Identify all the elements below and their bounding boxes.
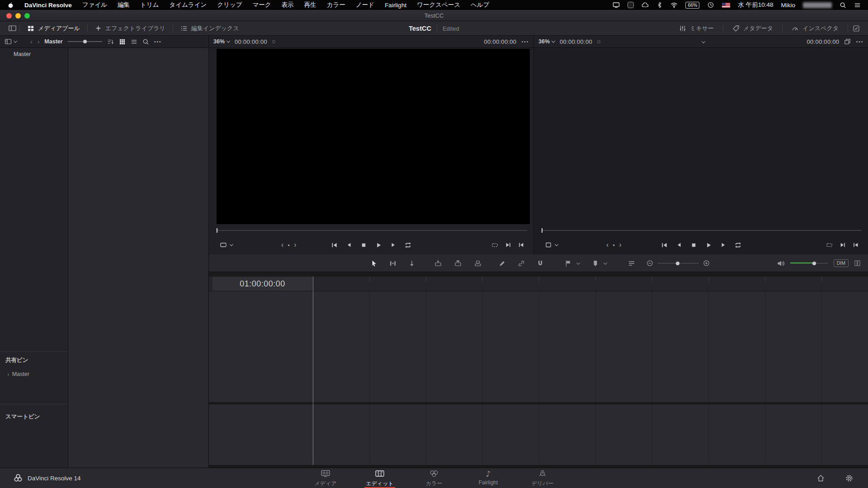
menubar-username[interactable]: Mikio bbox=[781, 2, 795, 9]
go-to-first-frame-button[interactable] bbox=[661, 242, 668, 249]
loop-button[interactable] bbox=[405, 242, 411, 249]
loop-range-icon[interactable] bbox=[491, 242, 498, 249]
window-zoom-button[interactable] bbox=[24, 13, 30, 19]
previous-marker-icon[interactable]: ‹ bbox=[606, 241, 609, 249]
chevron-down-icon[interactable] bbox=[555, 242, 558, 246]
timeline-viewer-scrubber[interactable] bbox=[542, 228, 862, 233]
go-to-out-button[interactable] bbox=[505, 242, 511, 248]
timeline-playhead[interactable] bbox=[313, 277, 313, 465]
menubar-clock[interactable]: 水 午前10:48 bbox=[738, 1, 773, 9]
step-forward-button[interactable] bbox=[390, 242, 396, 248]
step-back-button[interactable] bbox=[346, 242, 352, 248]
sidebar-item-shared-master[interactable]: › Master bbox=[0, 371, 68, 378]
selection-mode-tool[interactable] bbox=[368, 258, 380, 269]
pen-tool[interactable] bbox=[496, 258, 508, 269]
replace-clip-button[interactable] bbox=[472, 258, 484, 269]
next-marker-icon[interactable]: › bbox=[294, 241, 296, 249]
stop-button[interactable] bbox=[690, 242, 697, 249]
menu-trim[interactable]: トリム bbox=[140, 1, 159, 9]
play-button[interactable] bbox=[375, 242, 382, 249]
screen-mirroring-icon[interactable] bbox=[613, 1, 620, 9]
go-to-in-button[interactable] bbox=[518, 242, 524, 248]
play-button[interactable] bbox=[705, 242, 712, 249]
timeline-view-options-icon[interactable] bbox=[626, 258, 637, 269]
loop-button[interactable] bbox=[735, 242, 741, 249]
page-tab-fairlight[interactable]: ♪ Fairlight bbox=[461, 468, 515, 488]
menu-edit[interactable]: 編集 bbox=[118, 1, 130, 9]
timeline-zoom-slider[interactable] bbox=[657, 260, 699, 267]
timeline-display-mode-icon[interactable] bbox=[545, 241, 552, 249]
source-display-mode-icon[interactable] bbox=[220, 241, 227, 249]
overwrite-clip-button[interactable] bbox=[452, 258, 464, 269]
apple-menu-icon[interactable] bbox=[7, 2, 14, 9]
inspector-toggle-button[interactable]: インスペクタ bbox=[784, 24, 846, 33]
disclosure-chevron-icon[interactable]: › bbox=[7, 371, 9, 378]
ui-layout-icon[interactable] bbox=[5, 24, 19, 33]
sort-order-icon[interactable] bbox=[107, 38, 114, 45]
chevron-down-icon[interactable] bbox=[604, 261, 607, 264]
media-pool-content[interactable] bbox=[68, 48, 209, 468]
dim-button[interactable]: DIM bbox=[834, 259, 849, 267]
link-clips-button[interactable] bbox=[515, 258, 527, 269]
trim-edit-mode-tool[interactable] bbox=[387, 258, 399, 269]
menu-app-name[interactable]: DaVinci Resolve bbox=[24, 2, 72, 9]
razor-edit-mode-tool[interactable] bbox=[406, 258, 418, 269]
go-to-in-button[interactable] bbox=[853, 242, 859, 248]
menu-playback[interactable]: 再生 bbox=[304, 1, 316, 9]
menu-file[interactable]: ファイル bbox=[82, 1, 107, 9]
panel-checkbox-icon[interactable] bbox=[850, 25, 863, 32]
timeline-panel-toggle-icon[interactable] bbox=[854, 260, 861, 267]
edit-index-toggle-button[interactable]: 編集インデックス bbox=[173, 21, 246, 35]
chevron-down-icon[interactable] bbox=[230, 242, 233, 246]
project-manager-home-icon[interactable] bbox=[816, 474, 825, 483]
timeline-viewer-options-icon[interactable]: ••• bbox=[856, 39, 863, 44]
step-forward-button[interactable] bbox=[720, 242, 726, 248]
audio-volume-slider[interactable] bbox=[790, 260, 828, 267]
source-scrubber[interactable] bbox=[217, 228, 527, 233]
menu-color[interactable]: カラー bbox=[327, 1, 345, 9]
page-tab-color[interactable]: カラー bbox=[407, 468, 461, 488]
bin-forward-button[interactable]: › bbox=[38, 38, 40, 45]
timeline-zoom-dropdown[interactable]: 36% bbox=[538, 38, 555, 45]
page-tab-deliver[interactable]: デリバー bbox=[515, 468, 570, 488]
notification-center-icon[interactable] bbox=[854, 2, 861, 9]
thumbnail-view-icon[interactable] bbox=[119, 38, 126, 45]
menu-clip[interactable]: クリップ bbox=[217, 1, 242, 9]
bluetooth-icon[interactable] bbox=[656, 2, 663, 8]
menu-node[interactable]: ノード bbox=[356, 1, 374, 9]
thumbnail-size-slider[interactable] bbox=[68, 38, 102, 45]
timeline-select-dropdown[interactable] bbox=[702, 38, 705, 45]
menu-help[interactable]: ヘルプ bbox=[471, 1, 489, 9]
list-view-icon[interactable] bbox=[131, 38, 137, 45]
window-minimize-button[interactable] bbox=[15, 13, 21, 19]
project-settings-gear-icon[interactable] bbox=[845, 474, 854, 483]
zoom-in-button[interactable] bbox=[703, 260, 710, 267]
bin-back-button[interactable]: ‹ bbox=[30, 38, 33, 45]
spotlight-search-icon[interactable] bbox=[840, 2, 846, 9]
menu-timeline[interactable]: タイムライン bbox=[170, 1, 207, 9]
source-viewer-options-icon[interactable]: ••• bbox=[521, 39, 529, 44]
dual-viewer-icon[interactable] bbox=[844, 38, 851, 45]
timeline-video-tracks[interactable] bbox=[209, 291, 868, 402]
step-back-button[interactable] bbox=[676, 242, 682, 248]
bin-view-toggle-icon[interactable] bbox=[5, 38, 17, 45]
sidebar-item-master-root[interactable]: Master bbox=[0, 51, 68, 57]
menu-fairlight[interactable]: Fairlight bbox=[385, 2, 406, 9]
source-viewer-display[interactable] bbox=[217, 49, 530, 224]
go-to-first-frame-button[interactable] bbox=[331, 242, 338, 249]
timeline-audio-tracks[interactable] bbox=[209, 404, 868, 465]
source-zoom-dropdown[interactable]: 36% bbox=[213, 38, 230, 45]
marker-button[interactable] bbox=[590, 258, 601, 269]
page-tab-media[interactable]: メディア bbox=[298, 468, 353, 488]
status-app-icon[interactable] bbox=[627, 2, 634, 8]
timeline-ruler[interactable]: 01:00:00:00 bbox=[209, 277, 868, 291]
previous-marker-icon[interactable]: ‹ bbox=[281, 241, 283, 249]
flag-button[interactable] bbox=[562, 258, 574, 269]
next-marker-icon[interactable]: › bbox=[619, 241, 621, 249]
cloud-status-icon[interactable] bbox=[642, 1, 649, 9]
page-tab-edit[interactable]: エディット bbox=[353, 468, 407, 488]
window-close-button[interactable] bbox=[6, 13, 12, 19]
zoom-out-button[interactable] bbox=[646, 260, 653, 267]
snapping-button[interactable] bbox=[534, 258, 546, 269]
chevron-down-icon[interactable] bbox=[576, 261, 580, 264]
